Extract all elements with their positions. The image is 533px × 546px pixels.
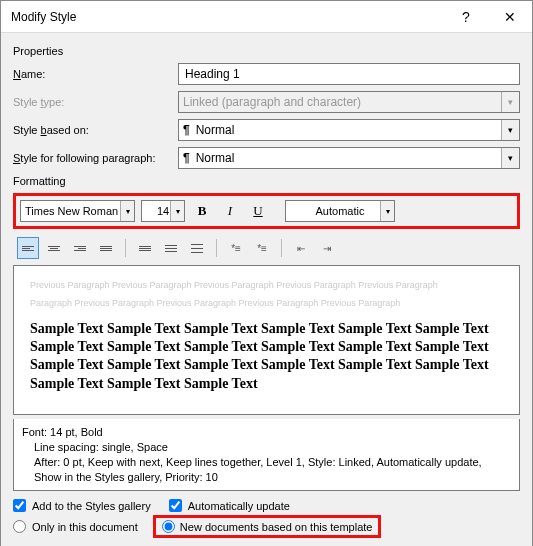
space-before-inc-button[interactable]: *≡ xyxy=(225,237,247,259)
chevron-down-icon[interactable]: ▾ xyxy=(501,120,519,140)
auto-update-checkbox[interactable] xyxy=(169,499,182,512)
align-left-button[interactable] xyxy=(17,237,39,259)
italic-button[interactable]: I xyxy=(219,200,241,222)
paragraph-toolbar: *≡ *≡ ⇤ ⇥ xyxy=(13,237,520,259)
separator xyxy=(125,239,126,257)
name-label: Name: xyxy=(13,68,178,80)
preview-sample-text: Sample Text Sample Text Sample Text Samp… xyxy=(30,320,503,393)
font-value: Times New Roman xyxy=(25,205,118,217)
style-type-label: Style type: xyxy=(13,96,178,108)
based-on-combo[interactable]: ¶ Normal ▾ xyxy=(178,119,520,141)
style-type-value: Linked (paragraph and character) xyxy=(183,95,361,109)
chevron-down-icon[interactable]: ▾ xyxy=(120,201,134,221)
modify-style-dialog: Modify Style ? ✕ Properties Name: Style … xyxy=(0,0,533,546)
formatting-toolbar-highlight: Times New Roman ▾ 14 ▾ B I U Automatic ▾ xyxy=(13,193,520,229)
font-color-value: Automatic xyxy=(316,205,365,217)
preview-ghost-text: Paragraph Previous Paragraph Previous Pa… xyxy=(30,294,503,312)
following-value: Normal xyxy=(196,151,235,165)
size-combo[interactable]: 14 ▾ xyxy=(141,200,185,222)
preview-pane: Previous Paragraph Previous Paragraph Pr… xyxy=(13,265,520,415)
paragraph-icon: ¶ xyxy=(183,123,190,137)
desc-line: Font: 14 pt, Bold xyxy=(22,425,511,440)
preview-ghost-text: Previous Paragraph Previous Paragraph Pr… xyxy=(30,276,503,294)
font-color-combo[interactable]: Automatic ▾ xyxy=(285,200,395,222)
dialog-title: Modify Style xyxy=(11,10,444,24)
style-description: Font: 14 pt, Bold Line spacing: single, … xyxy=(13,419,520,491)
style-type-combo: Linked (paragraph and character) ▾ xyxy=(178,91,520,113)
paragraph-icon: ¶ xyxy=(183,151,190,165)
new-documents-highlight: New documents based on this template xyxy=(153,515,382,538)
indent-decrease-button[interactable]: ⇤ xyxy=(290,237,312,259)
new-documents-label: New documents based on this template xyxy=(180,521,373,533)
based-on-label: Style based on: xyxy=(13,124,178,136)
new-documents-radio[interactable] xyxy=(162,520,175,533)
space-before-dec-button[interactable]: *≡ xyxy=(251,237,273,259)
desc-line: After: 0 pt, Keep with next, Keep lines … xyxy=(22,455,511,485)
add-gallery-label: Add to the Styles gallery xyxy=(32,500,151,512)
align-center-button[interactable] xyxy=(43,237,65,259)
titlebar: Modify Style ? ✕ xyxy=(1,1,532,33)
based-on-value: Normal xyxy=(196,123,235,137)
chevron-down-icon[interactable]: ▾ xyxy=(501,148,519,168)
align-right-button[interactable] xyxy=(69,237,91,259)
properties-heading: Properties xyxy=(13,45,520,57)
desc-line: Line spacing: single, Space xyxy=(22,440,511,455)
following-label: Style for following paragraph: xyxy=(13,152,178,164)
only-document-label: Only in this document xyxy=(32,521,138,533)
help-button[interactable]: ? xyxy=(444,1,488,33)
separator xyxy=(281,239,282,257)
font-combo[interactable]: Times New Roman ▾ xyxy=(20,200,135,222)
formatting-heading: Formatting xyxy=(13,175,520,187)
spacing-15-button[interactable] xyxy=(160,237,182,259)
name-input[interactable] xyxy=(178,63,520,85)
chevron-down-icon[interactable]: ▾ xyxy=(380,201,394,221)
bold-button[interactable]: B xyxy=(191,200,213,222)
size-value: 14 xyxy=(157,205,169,217)
spacing-2-button[interactable] xyxy=(186,237,208,259)
align-justify-button[interactable] xyxy=(95,237,117,259)
chevron-down-icon[interactable]: ▾ xyxy=(170,201,184,221)
add-gallery-checkbox[interactable] xyxy=(13,499,26,512)
spacing-1-button[interactable] xyxy=(134,237,156,259)
indent-increase-button[interactable]: ⇥ xyxy=(316,237,338,259)
only-document-radio[interactable] xyxy=(13,520,26,533)
separator xyxy=(216,239,217,257)
chevron-down-icon: ▾ xyxy=(501,92,519,112)
underline-button[interactable]: U xyxy=(247,200,269,222)
auto-update-label: Automatically update xyxy=(188,500,290,512)
following-combo[interactable]: ¶ Normal ▾ xyxy=(178,147,520,169)
close-button[interactable]: ✕ xyxy=(488,1,532,33)
